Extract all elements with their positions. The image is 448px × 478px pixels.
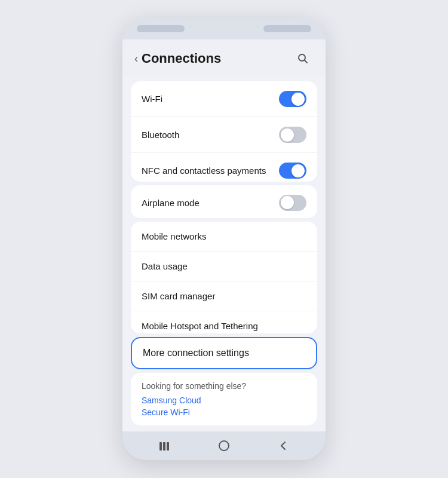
looking-section: Looking for something else? Samsung Clou…: [131, 373, 317, 425]
svg-line-1: [305, 60, 308, 63]
settings-item-sim[interactable]: SIM card manager: [131, 281, 317, 311]
settings-list: Wi-Fi Bluetooth NFC and contactless paym…: [122, 75, 326, 431]
status-icons: [263, 25, 311, 32]
bluetooth-label: Bluetooth: [142, 130, 179, 140]
settings-item-airplane[interactable]: Airplane mode: [131, 185, 317, 218]
bluetooth-toggle-knob: [281, 128, 294, 142]
home-icon: [218, 440, 230, 452]
page-title: Connections: [142, 51, 221, 66]
status-bar: [122, 18, 326, 39]
airplane-toggle[interactable]: [279, 195, 306, 211]
looking-title: Looking for something else?: [142, 381, 306, 391]
back-nav-button[interactable]: [272, 434, 296, 458]
airplane-label: Airplane mode: [142, 198, 200, 208]
settings-item-wifi[interactable]: Wi-Fi: [131, 81, 317, 117]
screen-content: ‹ Connections Wi-Fi: [122, 39, 326, 431]
settings-item-hotspot[interactable]: Mobile Hotspot and Tethering: [131, 311, 317, 333]
nfc-toggle[interactable]: [279, 163, 306, 179]
settings-group-3: Mobile networks Data usage SIM card mana…: [131, 222, 317, 333]
back-chevron-icon: ‹: [134, 53, 138, 64]
nfc-toggle-knob: [291, 164, 305, 177]
recents-icon: [159, 440, 170, 451]
secure-wifi-link[interactable]: Secure Wi-Fi: [142, 407, 306, 417]
home-button[interactable]: [212, 434, 236, 458]
back-button[interactable]: ‹ Connections: [134, 51, 221, 66]
airplane-toggle-knob: [281, 196, 294, 209]
samsung-cloud-link[interactable]: Samsung Cloud: [142, 396, 306, 405]
wifi-label: Wi-Fi: [142, 94, 162, 104]
search-button[interactable]: [292, 48, 314, 69]
recents-button[interactable]: [152, 434, 176, 458]
settings-group-2: Airplane mode: [131, 185, 317, 218]
status-time: [137, 25, 185, 32]
top-bar: ‹ Connections: [122, 39, 326, 75]
search-icon: [297, 53, 309, 65]
hotspot-label: Mobile Hotspot and Tethering: [142, 321, 258, 331]
nfc-label: NFC and contactless payments: [142, 166, 266, 176]
bluetooth-toggle[interactable]: [279, 127, 306, 143]
bottom-nav: [122, 431, 326, 460]
svg-rect-3: [163, 442, 165, 451]
sim-label: SIM card manager: [142, 291, 215, 301]
settings-item-mobile-networks[interactable]: Mobile networks: [131, 222, 317, 252]
more-connection-label: More connection settings: [143, 348, 249, 358]
settings-item-nfc[interactable]: NFC and contactless payments: [131, 153, 317, 182]
mobile-networks-label: Mobile networks: [142, 231, 206, 241]
svg-rect-4: [167, 442, 169, 451]
svg-rect-2: [159, 442, 162, 451]
back-nav-icon: [278, 440, 289, 451]
wifi-toggle-knob: [291, 93, 305, 106]
phone-frame: ‹ Connections Wi-Fi: [122, 18, 326, 460]
settings-item-bluetooth[interactable]: Bluetooth: [131, 117, 317, 153]
more-connection-settings-item[interactable]: More connection settings: [131, 337, 317, 369]
data-usage-label: Data usage: [142, 261, 188, 271]
wifi-toggle[interactable]: [279, 91, 306, 107]
svg-rect-5: [219, 441, 229, 451]
settings-item-data-usage[interactable]: Data usage: [131, 252, 317, 281]
settings-group-1: Wi-Fi Bluetooth NFC and contactless paym…: [131, 81, 317, 182]
